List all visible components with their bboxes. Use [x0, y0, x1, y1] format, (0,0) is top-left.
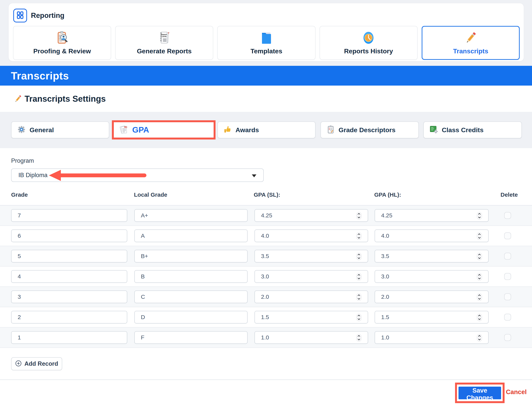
program-select[interactable]: IB Diploma: [11, 168, 264, 182]
delete-checkbox[interactable]: [504, 253, 511, 260]
stepper-control[interactable]: [477, 232, 482, 240]
gpa-sl-cell: [255, 250, 368, 262]
grade-input[interactable]: [11, 230, 127, 242]
settings-heading: Transcripts Settings: [25, 94, 106, 104]
gpa-tab-content: Program IB Diploma Grade Local Grade GPA…: [0, 148, 532, 406]
gpa-sl-input[interactable]: [255, 209, 368, 222]
delete-checkbox[interactable]: [504, 232, 511, 239]
gpa-sl-input[interactable]: [255, 290, 368, 303]
gpa-hl-cell: [375, 270, 489, 283]
grade-input[interactable]: [11, 290, 127, 303]
local-grade-input[interactable]: [134, 209, 248, 222]
grade-input[interactable]: [11, 270, 127, 283]
chevron-up-icon: [357, 233, 360, 235]
delete-checkbox[interactable]: [504, 314, 511, 321]
nav-card-reports-history[interactable]: Reports History: [320, 26, 418, 60]
tab-class-credits[interactable]: Class Credits: [423, 122, 522, 138]
gpa-sl-input[interactable]: [255, 311, 368, 324]
reporting-module-button[interactable]: [13, 9, 27, 22]
clipboard-search-icon: [55, 31, 69, 45]
local-grade-input[interactable]: [134, 290, 248, 303]
gpa-sl-input[interactable]: [255, 230, 368, 242]
chevron-down-icon: [478, 257, 481, 259]
gpa-hl-input[interactable]: [375, 290, 489, 303]
folder-icon: [260, 31, 273, 45]
chevron-down-icon: [357, 298, 360, 300]
local-grade-input[interactable]: [134, 250, 248, 262]
stepper-control[interactable]: [356, 273, 361, 280]
gpa-hl-input[interactable]: [375, 311, 489, 324]
gpa-sl-input[interactable]: [255, 331, 368, 344]
chevron-down-icon: [357, 217, 360, 218]
add-record-label: Add Record: [24, 360, 58, 367]
gpa-sl-input[interactable]: [255, 250, 368, 262]
nav-card-label: Proofing & Review: [33, 47, 91, 55]
stepper-control[interactable]: [356, 232, 361, 240]
clipboard-list-icon: [327, 125, 335, 135]
gpa-hl-cell: [375, 209, 489, 222]
grade-input[interactable]: [11, 250, 127, 262]
add-record-button[interactable]: Add Record: [11, 357, 62, 370]
nav-card-label: Generate Reports: [137, 47, 191, 55]
stepper-control[interactable]: [477, 212, 482, 219]
stepper-control[interactable]: [356, 293, 361, 301]
stepper-control[interactable]: [356, 253, 361, 260]
tab-gpa[interactable]: GPA: [112, 120, 216, 139]
plus-circle-icon: [15, 360, 22, 367]
local-grade-input[interactable]: [134, 270, 248, 283]
tab-grade-descriptors[interactable]: Grade Descriptors: [321, 122, 419, 138]
tab-awards[interactable]: Awards: [218, 122, 315, 138]
stepper-control[interactable]: [477, 273, 482, 280]
gpa-hl-cell: [375, 331, 489, 344]
gpa-sl-input[interactable]: [255, 270, 368, 283]
stepper-control[interactable]: [477, 253, 482, 260]
delete-checkbox[interactable]: [504, 273, 511, 280]
cancel-button[interactable]: Cancel: [506, 388, 527, 396]
nav-card-label: Reports History: [344, 47, 393, 55]
stepper-control[interactable]: [477, 293, 482, 301]
grade-input[interactable]: [11, 331, 127, 344]
nav-card-generate-reports[interactable]: Report Cards 7 Generate Reports: [115, 26, 213, 60]
gpa-hl-input[interactable]: [375, 250, 489, 262]
gpa-hl-input[interactable]: [375, 209, 489, 222]
grade-input[interactable]: [11, 311, 127, 324]
svg-text:Report: Report: [161, 34, 167, 36]
gpa-hl-cell: [375, 250, 489, 262]
delete-checkbox[interactable]: [504, 212, 511, 219]
local-grade-input[interactable]: [134, 311, 248, 324]
stepper-control[interactable]: [356, 334, 361, 341]
gpa-hl-input[interactable]: [375, 331, 489, 344]
local-grade-input[interactable]: [134, 230, 248, 242]
column-header-local-grade: Local Grade: [134, 191, 167, 198]
chevron-up-icon: [357, 254, 360, 255]
nav-card-proofing-review[interactable]: Proofing & Review: [13, 26, 111, 60]
local-grade-input[interactable]: [134, 331, 248, 344]
gpa-sl-cell: [255, 290, 368, 303]
nav-card-label: Templates: [250, 47, 282, 55]
grade-input[interactable]: [11, 209, 127, 222]
grades-table: [0, 205, 532, 348]
nav-card-label: Transcripts: [453, 47, 488, 55]
delete-checkbox[interactable]: [504, 334, 511, 341]
stepper-control[interactable]: [356, 314, 361, 321]
chevron-down-icon: [357, 237, 360, 239]
transcripts-settings-page: Reporting Proofing &: [0, 0, 532, 406]
gpa-hl-input[interactable]: [375, 270, 489, 283]
chevron-down-icon: [357, 278, 360, 279]
nav-card-templates[interactable]: Templates: [217, 26, 315, 60]
gpa-sl-cell: [255, 209, 368, 222]
stepper-control[interactable]: [477, 334, 482, 341]
page-banner: Transcripts: [0, 66, 532, 86]
chevron-down-icon: [357, 318, 360, 320]
chevron-up-icon: [357, 335, 360, 337]
nav-card-transcripts[interactable]: Transcripts: [422, 26, 520, 60]
gpa-sl-cell: [255, 270, 368, 283]
save-changes-button[interactable]: Save Changes: [459, 387, 501, 399]
settings-heading-strip: Transcripts Settings: [0, 86, 532, 112]
clock-icon: [362, 31, 375, 45]
tab-general[interactable]: General: [11, 122, 109, 138]
stepper-control[interactable]: [356, 212, 361, 219]
delete-checkbox[interactable]: [504, 293, 511, 300]
gpa-hl-input[interactable]: [375, 230, 489, 242]
stepper-control[interactable]: [477, 314, 482, 321]
